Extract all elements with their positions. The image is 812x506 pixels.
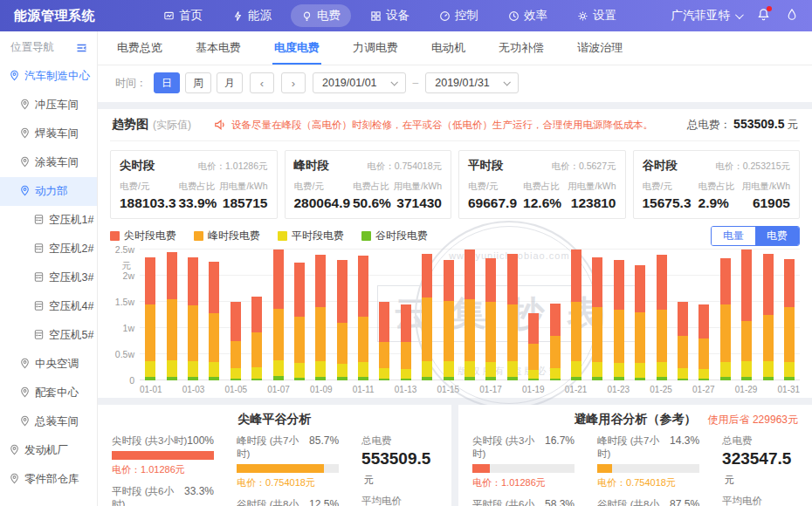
bar-slot-01-22	[587, 250, 608, 380]
sidebar-item-中央空调[interactable]: 中央空调	[0, 350, 97, 379]
collapse-sidebar-icon[interactable]	[75, 42, 88, 54]
nav-item-效率[interactable]: 效率	[498, 4, 558, 27]
sidebar-item-label: 空压机1#	[49, 213, 93, 228]
x-tick-label: 01-31	[778, 380, 801, 398]
sidebar-item-汽车制造中心[interactable]: 汽车制造中心	[0, 62, 97, 91]
sidebar-item-label: 冲压车间	[35, 98, 79, 113]
bar-slot-01-07	[267, 250, 288, 380]
toggle-电量[interactable]: 电量	[712, 227, 755, 245]
bar-slot-01-15	[437, 250, 458, 380]
legend-item-尖时段电费[interactable]: 尖时段电费	[110, 229, 176, 243]
mode-button-日[interactable]: 日	[154, 72, 180, 93]
toggle-电费[interactable]: 电费	[755, 227, 799, 245]
nav-item-能源[interactable]: 能源	[222, 4, 282, 27]
x-tick-label	[162, 380, 182, 398]
sidebar-item-动力部[interactable]: 动力部	[0, 177, 97, 206]
topbar-right: 广汽菲亚特	[671, 8, 799, 24]
bar-slot-01-13	[396, 250, 416, 380]
nav-item-控制[interactable]: 控制	[429, 4, 489, 27]
water-drop-icon	[786, 8, 798, 21]
chevron-down-icon	[735, 10, 744, 19]
nav-item-首页[interactable]: 首页	[153, 4, 213, 27]
bar-segment	[720, 377, 731, 380]
bar-segment	[592, 257, 602, 307]
period-price: 电价：0.754018元	[367, 161, 442, 173]
x-tick-label	[459, 380, 479, 398]
mode-button-月[interactable]: 月	[217, 72, 243, 93]
prev-period-button[interactable]: ‹	[250, 72, 274, 93]
bar-segment	[763, 377, 774, 380]
bar-slot-01-25	[650, 250, 671, 380]
percent-bar	[112, 451, 214, 460]
tenant-dropdown[interactable]: 广汽菲亚特	[671, 8, 742, 24]
stacked-bar-01-06	[251, 250, 262, 380]
sidebar-item-label: 空压机5#	[49, 328, 93, 343]
total-fee-unit: 元	[725, 475, 734, 485]
sidebar-item-涂装车间[interactable]: 涂装车间	[0, 148, 97, 177]
sidebar-item-空压机3#[interactable]: 空压机3#	[0, 263, 97, 292]
legend-item-峰时段电费[interactable]: 峰时段电费	[194, 229, 260, 243]
bar-segment	[251, 297, 262, 332]
notification-bell-button[interactable]	[757, 8, 770, 24]
tab-电费总览[interactable]: 电费总览	[115, 31, 164, 65]
nav-item-设备[interactable]: 设备	[360, 4, 420, 27]
sidebar-item-空压机2#[interactable]: 空压机2#	[0, 235, 97, 263]
sidebar-item-空压机5#[interactable]: 空压机5#	[0, 321, 97, 350]
x-tick-label: 01-29	[735, 380, 758, 398]
end-date-picker[interactable]: 2019/01/31	[425, 72, 519, 93]
water-mode-button[interactable]	[786, 8, 798, 24]
stacked-bar-01-30	[763, 250, 774, 380]
tab-谐波治理[interactable]: 谐波治理	[575, 31, 624, 65]
next-period-button[interactable]: ›	[281, 72, 306, 93]
tab-电动机[interactable]: 电动机	[430, 31, 467, 65]
period-name: 峰时段	[294, 158, 330, 174]
bar-segment	[698, 369, 709, 379]
sidebar-item-空压机1#[interactable]: 空压机1#	[0, 206, 97, 235]
home-icon	[163, 10, 175, 22]
period-card-header: 尖时段电价：1.01286元	[120, 158, 268, 174]
sidebar-item-总装车间[interactable]: 总装车间	[0, 407, 97, 436]
sidebar-item-发动机厂[interactable]: 发动机厂	[0, 436, 97, 465]
total-fee-label: 总电费：	[687, 119, 731, 131]
period-percent: 87.5%	[670, 498, 699, 506]
sidebar-item-空压机4#[interactable]: 空压机4#	[0, 292, 97, 321]
bar-segment	[614, 363, 624, 378]
bar-segment	[401, 369, 411, 379]
sidebar-item-零件部仓库[interactable]: 零件部仓库	[0, 465, 97, 494]
sidebar-item-冲压车间[interactable]: 冲压车间	[0, 91, 97, 120]
sidebar-item-配套中心[interactable]: 配套中心	[0, 379, 97, 407]
legend-item-谷时段电费[interactable]: 谷时段电费	[361, 229, 428, 243]
period-percent: 12.5%	[309, 498, 339, 506]
period-card-values: 电费/元280064.9电费占比50.6%用电量/kWh371430	[294, 181, 443, 211]
bars-container	[140, 250, 800, 380]
x-tick-label	[672, 380, 692, 398]
analysis-row-谷时段: 谷时段 (共8小时)12.5%电价：0.253215元	[237, 498, 339, 506]
legend-item-平时段电费[interactable]: 平时段电费	[278, 229, 344, 243]
period-metric: 电费/元280064.9	[294, 181, 351, 211]
metric-value: 50.6%	[353, 195, 391, 211]
bar-segment	[209, 377, 219, 380]
bar-segment	[678, 379, 688, 380]
bar-segment	[507, 304, 518, 361]
bar-segment	[145, 361, 155, 377]
period-percent: 85.7%	[309, 434, 339, 447]
sidebar-item-焊装车间[interactable]: 焊装车间	[0, 120, 97, 148]
nav-item-电费[interactable]: 电费	[291, 4, 351, 27]
stacked-bar-01-12	[379, 250, 389, 380]
mode-button-周[interactable]: 周	[185, 72, 211, 93]
x-tick-label	[416, 380, 437, 398]
start-date-picker[interactable]: 2019/01/01	[313, 72, 406, 93]
tab-基本电费[interactable]: 基本电费	[194, 31, 243, 65]
bar-segment	[571, 377, 581, 380]
bar-segment	[592, 377, 602, 380]
nav-item-设置[interactable]: 设置	[567, 4, 627, 27]
nav-item-label: 首页	[179, 8, 203, 24]
tab-力调电费[interactable]: 力调电费	[351, 31, 400, 65]
bar-segment	[720, 304, 731, 362]
bar-segment	[337, 377, 348, 380]
tab-电度电费[interactable]: 电度电费	[272, 31, 321, 65]
tab-无功补偿[interactable]: 无功补偿	[497, 31, 546, 65]
legend-label: 尖时段电费	[124, 229, 176, 243]
bar-segment	[145, 304, 155, 361]
x-tick-label: 01-23	[608, 380, 630, 398]
